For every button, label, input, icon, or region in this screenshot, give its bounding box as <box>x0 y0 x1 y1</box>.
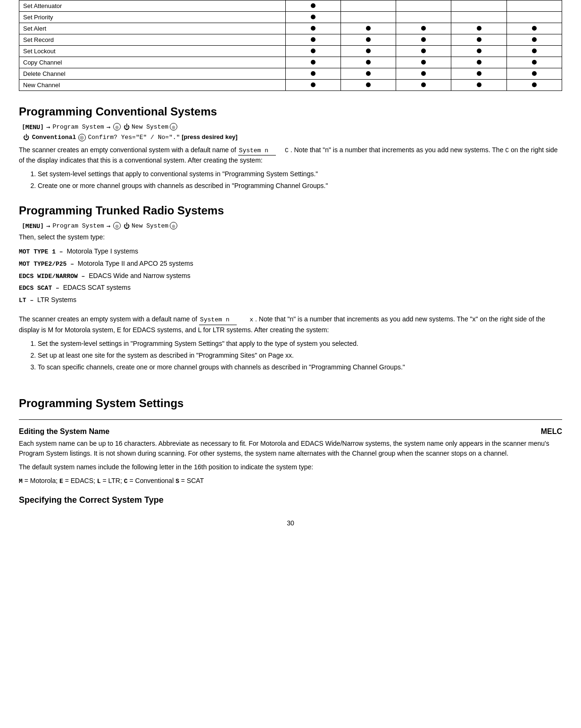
bullet-icon <box>421 49 426 53</box>
bullet-icon <box>311 71 315 76</box>
system-type-item: EDCS WIDE/NARROW – EDACS Wide and Narrow… <box>19 270 562 282</box>
trunked-then: Then, select the system type: <box>19 232 562 242</box>
system-type-item: MOT TYPE 1 – Motorola Type I systems <box>19 246 562 257</box>
trunked-arrow1: → <box>46 222 50 229</box>
row-label: Copy Channel <box>19 57 286 68</box>
row-cell <box>451 0 506 12</box>
list-item: To scan specific channels, create one or… <box>38 362 562 372</box>
row-cell <box>285 23 340 34</box>
arrow1: → <box>46 123 50 131</box>
row-cell <box>506 34 562 46</box>
table-row: Set Alert <box>19 23 562 34</box>
editing-divider <box>19 419 562 420</box>
bullet-icon <box>311 82 315 87</box>
trunked-power-icon-1: ⏻ <box>123 222 130 229</box>
arrow2: → <box>107 123 110 131</box>
bullet-icon <box>421 71 426 76</box>
power-icon-2: ⏻ <box>22 134 30 141</box>
bullet-icon <box>311 3 315 8</box>
row-cell <box>285 80 340 91</box>
bullet-icon <box>532 37 537 42</box>
bullet-icon <box>366 82 371 87</box>
menu-bracket: [MENU] <box>22 123 44 131</box>
row-cell <box>506 23 562 34</box>
default-name-conventional: System n <box>238 146 276 156</box>
trunked-new: New System <box>132 222 168 229</box>
bullet-icon <box>366 37 371 42</box>
bullet-icon <box>532 49 537 53</box>
row-cell <box>506 46 562 57</box>
row-cell <box>451 46 506 57</box>
scroll-icon-2: ◎ <box>170 123 177 131</box>
conventional-p1: The scanner creates an empty conventiona… <box>19 145 562 166</box>
bullet-icon <box>366 49 371 53</box>
bullet-icon <box>311 49 315 53</box>
trunked-p1: The scanner creates an empty system with… <box>19 314 562 335</box>
conventional-confirm-line: ⏻ Conventional ◎ Confirm? Yes="E" / No="… <box>22 133 562 141</box>
page-number: 30 <box>19 519 562 527</box>
feature-table: Set AttenuatorSet PrioritySet AlertSet R… <box>19 0 562 91</box>
bullet-icon <box>477 26 481 31</box>
row-cell <box>506 57 562 68</box>
system-type-item: EDCS SCAT – EDACS SCAT systems <box>19 282 562 294</box>
trunked-scroll-icon-1: ◎ <box>113 222 121 229</box>
row-cell <box>285 46 340 57</box>
bullet-icon <box>421 26 426 31</box>
row-label: Set Alert <box>19 23 286 34</box>
trunked-menu-bracket: [MENU] <box>22 222 44 229</box>
bullet-icon <box>421 60 426 65</box>
row-cell <box>285 57 340 68</box>
specifying-heading: Specifying the Correct System Type <box>19 495 562 505</box>
bullet-icon <box>366 71 371 76</box>
bullet-icon <box>477 37 481 42</box>
row-cell <box>451 23 506 34</box>
list-item: Create one or more channel groups with c… <box>38 181 562 191</box>
row-cell <box>506 80 562 91</box>
scroll-icon-3: ◎ <box>78 134 86 141</box>
row-label: Set Priority <box>19 12 286 23</box>
editing-codes: M = Motorola; E = EDACS; L = LTR; C = Co… <box>19 476 562 486</box>
list-item: Set the system-level settings in "Progra… <box>38 339 562 349</box>
row-cell <box>340 46 396 57</box>
confirm-conventional: Conventional <box>32 134 76 141</box>
bullet-icon <box>532 26 537 31</box>
bullet-icon <box>477 49 481 53</box>
table-row: Set Attenuator <box>19 0 562 12</box>
confirm-text: Confirm? Yes="E" / No="." <box>88 134 180 141</box>
bullet-icon <box>477 60 481 65</box>
bullet-icon <box>532 60 537 65</box>
row-cell <box>396 34 451 46</box>
bullet-icon <box>532 71 537 76</box>
row-cell <box>506 0 562 12</box>
conventional-list: Set system-level settings that apply to … <box>38 169 562 191</box>
trunked-heading: Programming Trunked Radio Systems <box>19 204 562 217</box>
bullet-icon <box>311 37 315 42</box>
confirm-bold: [press desired key] <box>182 133 238 140</box>
row-label: Set Attenuator <box>19 0 286 12</box>
list-item: Set system-level settings that apply to … <box>38 169 562 179</box>
bullet-icon <box>311 26 315 31</box>
row-cell <box>451 12 506 23</box>
table-row: Set Priority <box>19 12 562 23</box>
system-type-item: LT – LTR Systems <box>19 294 562 306</box>
row-label: Set Lockout <box>19 46 286 57</box>
bullet-icon <box>421 82 426 87</box>
row-cell <box>396 80 451 91</box>
row-label: Delete Channel <box>19 68 286 80</box>
trunked-menu-path: [MENU] → Program System → ◎ ⏻ New System… <box>22 222 562 229</box>
row-cell <box>396 23 451 34</box>
list-item: Set up at least one site for the system … <box>38 351 562 360</box>
row-cell <box>285 34 340 46</box>
editing-p1: Each system name can be up to 16 charact… <box>19 439 562 458</box>
settings-heading: Programming System Settings <box>19 397 562 410</box>
system-type-item: MOT TYPE2/P25 – Motorola Type II and APC… <box>19 258 562 270</box>
table-row: Copy Channel <box>19 57 562 68</box>
c-code: C <box>505 147 509 154</box>
row-cell <box>451 80 506 91</box>
bullet-icon <box>477 71 481 76</box>
suffix-x: x <box>249 316 253 323</box>
trunked-list: Set the system-level settings in "Progra… <box>38 339 562 372</box>
table-row: New Channel <box>19 80 562 91</box>
row-cell <box>451 34 506 46</box>
conventional-heading: Programming Conventional Systems <box>19 105 562 118</box>
